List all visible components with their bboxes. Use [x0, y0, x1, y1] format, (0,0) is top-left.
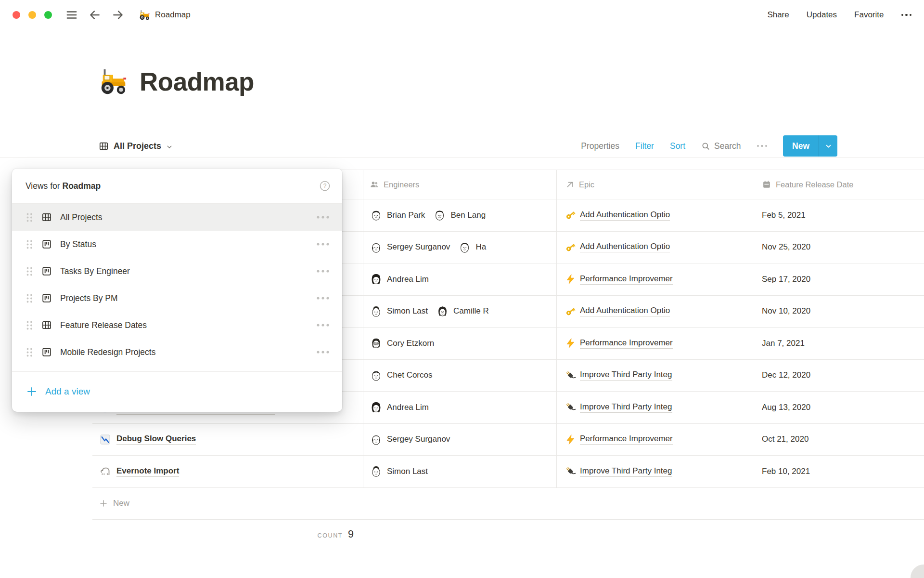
sidebar-toggle-icon[interactable] — [65, 9, 78, 21]
engineers-cell[interactable]: Sergey Surganov — [363, 424, 557, 456]
more-options-icon[interactable] — [901, 14, 912, 16]
engineer-chip[interactable]: Andrea Lim — [370, 401, 429, 414]
drag-handle-icon[interactable] — [26, 212, 33, 223]
drag-handle-icon[interactable] — [26, 293, 33, 303]
epic-link[interactable]: Improve Third Party Integ — [580, 370, 672, 381]
epic-cell[interactable]: Improve Third Party Integ — [557, 360, 751, 392]
views-popup-item-mobile-redesign-projects[interactable]: Mobile Redesign Projects — [12, 339, 342, 366]
epic-cell[interactable]: Performance Improvemer — [557, 424, 751, 456]
updates-button[interactable]: Updates — [807, 10, 837, 20]
back-icon[interactable] — [89, 9, 101, 21]
engineers-cell[interactable]: Simon Last Camille R — [363, 296, 557, 328]
help-icon[interactable]: ? — [319, 180, 331, 192]
views-popup-item-projects-by-pm[interactable]: Projects By PM — [12, 285, 342, 312]
epic-link[interactable]: Performance Improvemer — [580, 274, 673, 285]
add-view-button[interactable]: Add a view — [12, 371, 342, 411]
engineer-chip[interactable]: Andrea Lim — [370, 273, 429, 286]
view-item-menu-icon[interactable] — [316, 296, 330, 300]
project-name-link[interactable]: Evernote Import — [116, 466, 179, 477]
engineer-chip[interactable]: Simon Last — [370, 465, 428, 478]
engineers-cell[interactable]: Andrea Lim — [363, 263, 557, 295]
view-item-menu-icon[interactable] — [316, 269, 330, 273]
views-popup-item-by-status[interactable]: By Status — [12, 231, 342, 258]
views-popup-item-feature-release-dates[interactable]: Feature Release Dates — [12, 312, 342, 339]
sort-button[interactable]: Sort — [670, 141, 685, 151]
drag-handle-icon[interactable] — [26, 320, 33, 330]
breadcrumb[interactable]: Roadmap — [139, 9, 191, 21]
forward-icon[interactable] — [112, 9, 124, 21]
project-name-link[interactable]: Debug Slow Queries — [116, 434, 196, 445]
epic-link[interactable]: Performance Improvemer — [580, 338, 673, 349]
favorite-button[interactable]: Favorite — [854, 10, 884, 20]
column-header-feature-release-date[interactable]: Feature Release Date — [751, 170, 924, 199]
engineer-chip[interactable]: Ha — [458, 241, 486, 254]
epic-cell[interactable]: Add Authentication Optio — [557, 296, 751, 328]
epic-cell[interactable]: Add Authentication Optio — [557, 232, 751, 263]
epic-cell[interactable]: Performance Improvemer — [557, 263, 751, 295]
engineer-chip[interactable]: Simon Last — [370, 305, 428, 318]
page-icon-tractor[interactable] — [98, 66, 128, 96]
date-cell[interactable]: Oct 21, 2020 — [751, 424, 924, 456]
engineers-cell[interactable]: Andrea Lim — [363, 392, 557, 423]
properties-button[interactable]: Properties — [581, 141, 619, 151]
search-button[interactable]: Search — [701, 141, 741, 151]
epic-link[interactable]: Add Authentication Optio — [580, 210, 670, 221]
name-cell[interactable]: Evernote Import — [92, 456, 363, 487]
minimize-window-button[interactable] — [28, 11, 36, 19]
add-row-button[interactable]: New — [92, 488, 924, 520]
column-header-epic[interactable]: Epic — [557, 170, 751, 199]
date-cell[interactable]: Nov 25, 2020 — [751, 232, 924, 263]
epic-link[interactable]: Add Authentication Optio — [580, 242, 670, 252]
engineer-chip[interactable]: Sergey Surganov — [370, 433, 450, 446]
count-footer[interactable]: COUNT 9 — [92, 520, 363, 540]
name-cell[interactable]: Debug Slow Queries — [92, 424, 363, 456]
drag-handle-icon[interactable] — [26, 239, 33, 250]
engineer-chip[interactable]: Brian Park — [370, 209, 425, 222]
engineers-cell[interactable]: Chet Corcos — [363, 360, 557, 392]
view-selector[interactable]: All Projects — [99, 141, 173, 151]
epic-cell[interactable]: Performance Improvemer — [557, 328, 751, 359]
views-popup-item-all-projects[interactable]: All Projects — [12, 204, 342, 231]
view-item-menu-icon[interactable] — [316, 215, 330, 219]
engineer-chip[interactable]: Chet Corcos — [370, 369, 432, 382]
epic-link[interactable]: Improve Third Party Integ — [580, 466, 672, 477]
close-window-button[interactable] — [13, 11, 20, 19]
engineer-chip[interactable]: Cory Etzkorn — [370, 337, 434, 350]
help-button[interactable] — [911, 565, 924, 578]
date-cell[interactable]: Dec 12, 2020 — [751, 360, 924, 392]
engineer-chip[interactable]: Sergey Surganov — [370, 241, 450, 254]
epic-link[interactable]: Performance Improvemer — [580, 434, 673, 445]
date-value: Nov 25, 2020 — [762, 242, 810, 252]
epic-cell[interactable]: Improve Third Party Integ — [557, 456, 751, 487]
date-cell[interactable]: Nov 10, 2020 — [751, 296, 924, 328]
date-cell[interactable]: Aug 13, 2020 — [751, 392, 924, 423]
zoom-window-button[interactable] — [44, 11, 52, 19]
filter-button[interactable]: Filter — [635, 141, 654, 151]
new-record-dropdown[interactable] — [819, 135, 837, 157]
engineers-cell[interactable]: Cory Etzkorn — [363, 328, 557, 359]
view-item-menu-icon[interactable] — [316, 242, 330, 246]
view-options-icon[interactable] — [757, 145, 768, 147]
date-cell[interactable]: Feb 10, 2021 — [751, 456, 924, 487]
new-record-button[interactable]: New — [783, 135, 837, 157]
engineer-chip[interactable]: Ben Lang — [433, 209, 486, 222]
share-button[interactable]: Share — [767, 10, 789, 20]
engineers-cell[interactable]: Sergey Surganov Ha — [363, 232, 557, 263]
view-item-menu-icon[interactable] — [316, 350, 330, 354]
date-cell[interactable]: Sep 17, 2020 — [751, 263, 924, 295]
date-cell[interactable]: Jan 7, 2021 — [751, 328, 924, 359]
view-item-menu-icon[interactable] — [316, 323, 330, 327]
epic-link[interactable]: Improve Third Party Integ — [580, 402, 672, 413]
drag-handle-icon[interactable] — [26, 266, 33, 276]
engineers-cell[interactable]: Brian Park Ben Lang — [363, 199, 557, 231]
views-popup-item-tasks-by-engineer[interactable]: Tasks By Engineer — [12, 258, 342, 285]
epic-cell[interactable]: Add Authentication Optio — [557, 199, 751, 231]
drag-handle-icon[interactable] — [26, 347, 33, 357]
column-header-engineers[interactable]: Engineers — [363, 170, 557, 199]
page-title[interactable]: Roadmap — [140, 67, 254, 96]
engineer-chip[interactable]: Camille R — [436, 305, 489, 318]
epic-link[interactable]: Add Authentication Optio — [580, 306, 670, 316]
epic-cell[interactable]: Improve Third Party Integ — [557, 392, 751, 423]
engineers-cell[interactable]: Simon Last — [363, 456, 557, 487]
date-cell[interactable]: Feb 5, 2021 — [751, 199, 924, 231]
